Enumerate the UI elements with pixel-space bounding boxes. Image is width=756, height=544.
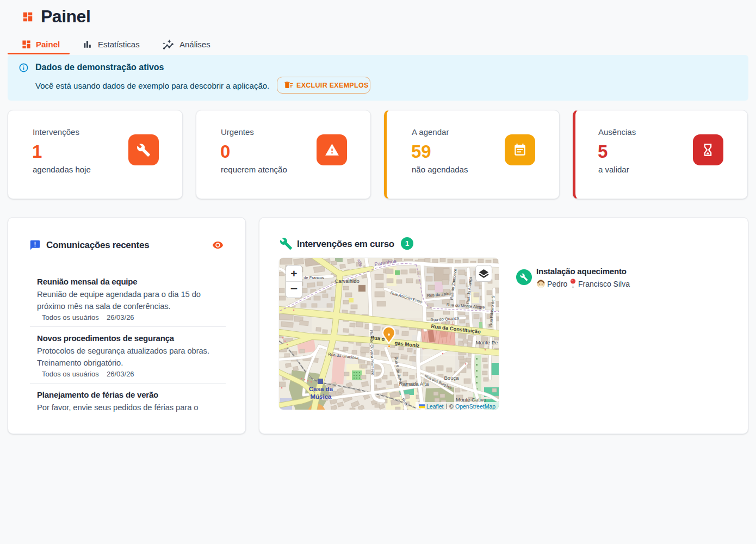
svg-text:Casa da: Casa da bbox=[309, 386, 333, 392]
svg-text:Monte Cativo: Monte Cativo bbox=[456, 397, 486, 403]
svg-text:Carvalhido: Carvalhido bbox=[334, 278, 359, 284]
svg-text:Ramada Alta: Ramada Alta bbox=[399, 381, 429, 387]
svg-text:de Francos: de Francos bbox=[303, 275, 324, 280]
svg-text:Bouça: Bouça bbox=[444, 375, 460, 381]
svg-text:+: + bbox=[290, 267, 297, 280]
svg-text:Música: Música bbox=[311, 393, 332, 400]
svg-text:©: © bbox=[449, 403, 454, 410]
svg-text:−: − bbox=[290, 281, 298, 295]
svg-text:Monte Pe: Monte Pe bbox=[476, 339, 498, 345]
svg-text:OpenStreetMap: OpenStreetMap bbox=[455, 403, 495, 410]
svg-text:Leaflet: Leaflet bbox=[426, 403, 444, 410]
svg-text:|: | bbox=[446, 403, 448, 409]
